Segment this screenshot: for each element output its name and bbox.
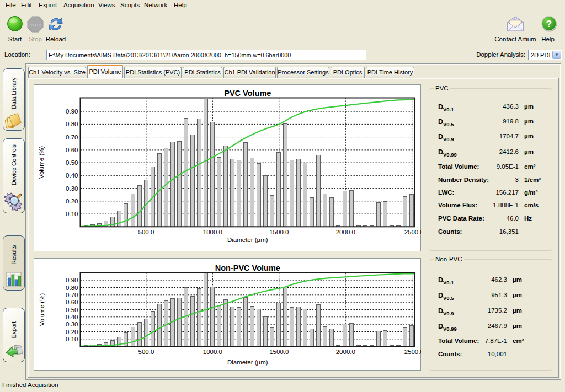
svg-text:1500.0: 1500.0 [269,348,289,355]
svg-text:0.40: 0.40 [66,314,78,320]
svg-text:0.80: 0.80 [66,121,78,127]
svg-text:PVC Volume: PVC Volume [224,89,271,98]
svg-text:0.40: 0.40 [66,172,78,179]
svg-text:2500.0: 2500.0 [404,229,421,235]
svg-text:?: ? [546,19,552,29]
svg-text:Diameter (µm): Diameter (µm) [227,359,268,366]
svg-text:1000.0: 1000.0 [203,229,222,235]
svg-text:0.20: 0.20 [66,198,78,205]
svg-text:2500.0: 2500.0 [404,348,421,355]
svg-text:0.70: 0.70 [66,292,78,298]
svg-text:Volume (%): Volume (%) [39,293,45,326]
svg-text:STOP: STOP [29,23,41,28]
svg-text:0.60: 0.60 [66,147,78,153]
svg-text:0.50: 0.50 [66,159,78,166]
svg-text:0.10: 0.10 [66,336,78,342]
svg-text:1500.0: 1500.0 [269,229,289,235]
svg-text:0.90: 0.90 [66,277,78,283]
svg-text:500.0: 500.0 [138,348,154,355]
svg-text:2000.0: 2000.0 [336,229,355,235]
svg-text:0.70: 0.70 [66,134,78,141]
svg-text:0.90: 0.90 [66,108,78,115]
svg-text:Diameter (µm): Diameter (µm) [227,237,268,243]
svg-text:Volume (%): Volume (%) [39,146,45,179]
svg-text:0.50: 0.50 [66,307,78,313]
svg-text:500.0: 500.0 [138,229,154,235]
svg-text:1000.0: 1000.0 [203,348,222,355]
svg-text:0.30: 0.30 [66,185,78,192]
svg-text:0.30: 0.30 [66,321,78,327]
svg-text:0.60: 0.60 [66,299,78,305]
svg-text:0.80: 0.80 [66,284,78,291]
svg-text:Non-PVC Volume: Non-PVC Volume [215,264,280,272]
svg-text:0.10: 0.10 [66,211,78,217]
svg-text:0.20: 0.20 [66,329,78,335]
svg-text:2000.0: 2000.0 [336,348,355,355]
